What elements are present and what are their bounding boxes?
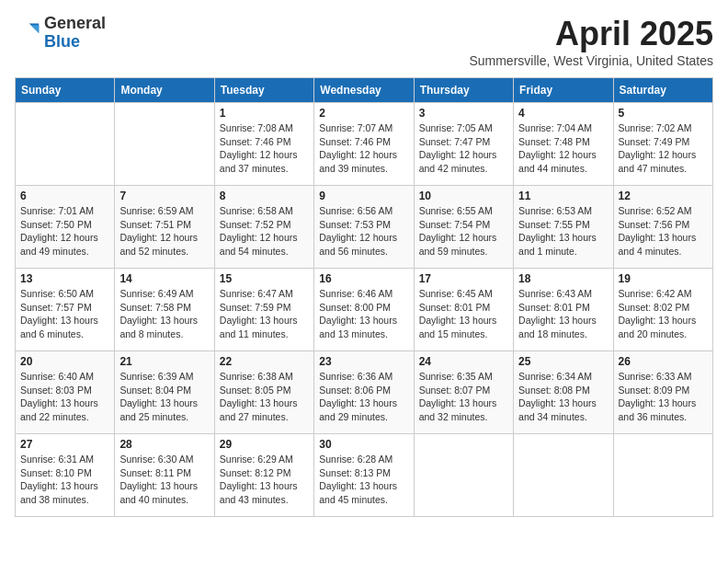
- day-number: 14: [119, 272, 209, 285]
- day-number: 5: [619, 107, 708, 120]
- calendar-cell: 21Sunrise: 6:39 AM Sunset: 8:04 PM Dayli…: [115, 351, 214, 434]
- weekday-header-sunday: Sunday: [16, 78, 115, 103]
- day-number: 12: [619, 190, 708, 202]
- day-info: Sunrise: 6:52 AM Sunset: 7:56 PM Dayligh…: [619, 204, 708, 259]
- day-info: Sunrise: 7:08 AM Sunset: 7:46 PM Dayligh…: [220, 121, 309, 176]
- day-number: 3: [419, 107, 508, 120]
- weekday-header-friday: Friday: [514, 78, 613, 103]
- calendar-cell: 13Sunrise: 6:50 AM Sunset: 7:57 PM Dayli…: [16, 269, 115, 351]
- calendar-cell: 2Sunrise: 7:07 AM Sunset: 7:46 PM Daylig…: [314, 103, 414, 186]
- day-info: Sunrise: 6:34 AM Sunset: 8:08 PM Dayligh…: [518, 370, 608, 424]
- title-block: April 2025 Summersville, West Virginia, …: [469, 15, 713, 68]
- calendar-cell: 24Sunrise: 6:35 AM Sunset: 8:07 PM Dayli…: [414, 351, 513, 434]
- svg-marker-1: [31, 25, 40, 33]
- calendar-cell: 30Sunrise: 6:28 AM Sunset: 8:13 PM Dayli…: [314, 434, 414, 517]
- day-number: 16: [319, 272, 408, 285]
- day-number: 1: [220, 107, 309, 120]
- calendar-cell: 25Sunrise: 6:34 AM Sunset: 8:08 PM Dayli…: [514, 351, 613, 434]
- day-number: 9: [319, 190, 408, 202]
- day-info: Sunrise: 6:30 AM Sunset: 8:11 PM Dayligh…: [119, 453, 209, 507]
- day-info: Sunrise: 6:58 AM Sunset: 7:52 PM Dayligh…: [220, 204, 309, 259]
- calendar-cell: [16, 103, 115, 186]
- day-info: Sunrise: 7:04 AM Sunset: 7:48 PM Dayligh…: [518, 121, 608, 176]
- day-info: Sunrise: 6:42 AM Sunset: 8:02 PM Dayligh…: [619, 287, 708, 341]
- weekday-header-monday: Monday: [115, 78, 214, 103]
- calendar-cell: 3Sunrise: 7:05 AM Sunset: 7:47 PM Daylig…: [414, 103, 513, 186]
- calendar-cell: 26Sunrise: 6:33 AM Sunset: 8:09 PM Dayli…: [613, 351, 712, 434]
- calendar-cell: 12Sunrise: 6:52 AM Sunset: 7:56 PM Dayli…: [613, 186, 712, 269]
- calendar-cell: 20Sunrise: 6:40 AM Sunset: 8:03 PM Dayli…: [16, 351, 115, 434]
- calendar-week-row: 27Sunrise: 6:31 AM Sunset: 8:10 PM Dayli…: [16, 434, 713, 517]
- day-info: Sunrise: 6:59 AM Sunset: 7:51 PM Dayligh…: [119, 204, 209, 259]
- weekday-header-thursday: Thursday: [414, 78, 513, 103]
- day-number: 29: [220, 438, 309, 451]
- day-number: 30: [319, 438, 408, 451]
- month-title: April 2025: [469, 15, 713, 53]
- day-number: 6: [20, 190, 109, 202]
- day-number: 8: [220, 190, 309, 202]
- calendar-week-row: 1Sunrise: 7:08 AM Sunset: 7:46 PM Daylig…: [16, 103, 713, 186]
- day-number: 20: [20, 355, 109, 368]
- day-number: 4: [518, 107, 608, 120]
- day-number: 27: [20, 438, 109, 451]
- calendar-cell: 28Sunrise: 6:30 AM Sunset: 8:11 PM Dayli…: [115, 434, 214, 517]
- logo-general-text: General: [44, 14, 106, 32]
- day-number: 28: [119, 438, 209, 451]
- day-info: Sunrise: 7:05 AM Sunset: 7:47 PM Dayligh…: [419, 121, 508, 176]
- day-number: 2: [319, 107, 408, 120]
- day-info: Sunrise: 7:02 AM Sunset: 7:49 PM Dayligh…: [619, 121, 708, 176]
- day-number: 23: [319, 355, 408, 368]
- calendar-cell: 23Sunrise: 6:36 AM Sunset: 8:06 PM Dayli…: [314, 351, 414, 434]
- day-info: Sunrise: 6:33 AM Sunset: 8:09 PM Dayligh…: [619, 370, 708, 424]
- calendar-cell: 15Sunrise: 6:47 AM Sunset: 7:59 PM Dayli…: [214, 269, 313, 351]
- logo-icon: [15, 20, 40, 46]
- calendar-cell: 29Sunrise: 6:29 AM Sunset: 8:12 PM Dayli…: [214, 434, 313, 517]
- calendar-cell: 4Sunrise: 7:04 AM Sunset: 7:48 PM Daylig…: [514, 103, 613, 186]
- day-info: Sunrise: 6:35 AM Sunset: 8:07 PM Dayligh…: [419, 370, 508, 424]
- calendar-cell: 8Sunrise: 6:58 AM Sunset: 7:52 PM Daylig…: [214, 186, 313, 269]
- calendar-cell: [115, 103, 214, 186]
- calendar-cell: 17Sunrise: 6:45 AM Sunset: 8:01 PM Dayli…: [414, 269, 513, 351]
- day-number: 19: [619, 272, 708, 285]
- calendar-cell: 11Sunrise: 6:53 AM Sunset: 7:55 PM Dayli…: [514, 186, 613, 269]
- calendar-cell: 6Sunrise: 7:01 AM Sunset: 7:50 PM Daylig…: [16, 186, 115, 269]
- day-info: Sunrise: 7:07 AM Sunset: 7:46 PM Dayligh…: [319, 121, 408, 176]
- day-number: 25: [518, 355, 608, 368]
- weekday-header-tuesday: Tuesday: [214, 78, 313, 103]
- day-info: Sunrise: 6:36 AM Sunset: 8:06 PM Dayligh…: [319, 370, 408, 424]
- day-number: 7: [119, 190, 209, 202]
- calendar-header-row: SundayMondayTuesdayWednesdayThursdayFrid…: [16, 78, 713, 103]
- calendar-cell: 9Sunrise: 6:56 AM Sunset: 7:53 PM Daylig…: [314, 186, 414, 269]
- calendar-cell: 16Sunrise: 6:46 AM Sunset: 8:00 PM Dayli…: [314, 269, 414, 351]
- calendar-cell: [514, 434, 613, 517]
- calendar-cell: [414, 434, 513, 517]
- calendar-cell: 7Sunrise: 6:59 AM Sunset: 7:51 PM Daylig…: [115, 186, 214, 269]
- day-number: 21: [119, 355, 209, 368]
- weekday-header-wednesday: Wednesday: [314, 78, 414, 103]
- logo-blue-text: Blue: [44, 32, 80, 51]
- location-text: Summersville, West Virginia, United Stat…: [469, 53, 713, 68]
- day-number: 18: [518, 272, 608, 285]
- day-info: Sunrise: 6:49 AM Sunset: 7:58 PM Dayligh…: [119, 287, 209, 341]
- day-info: Sunrise: 6:31 AM Sunset: 8:10 PM Dayligh…: [20, 453, 109, 507]
- calendar-week-row: 20Sunrise: 6:40 AM Sunset: 8:03 PM Dayli…: [16, 351, 713, 434]
- day-info: Sunrise: 6:50 AM Sunset: 7:57 PM Dayligh…: [20, 287, 109, 341]
- day-info: Sunrise: 6:40 AM Sunset: 8:03 PM Dayligh…: [20, 370, 109, 424]
- calendar-cell: 14Sunrise: 6:49 AM Sunset: 7:58 PM Dayli…: [115, 269, 214, 351]
- calendar-cell: 27Sunrise: 6:31 AM Sunset: 8:10 PM Dayli…: [16, 434, 115, 517]
- weekday-header-saturday: Saturday: [613, 78, 712, 103]
- day-info: Sunrise: 6:38 AM Sunset: 8:05 PM Dayligh…: [220, 370, 309, 424]
- day-number: 24: [419, 355, 508, 368]
- calendar-cell: 1Sunrise: 7:08 AM Sunset: 7:46 PM Daylig…: [214, 103, 313, 186]
- calendar-cell: 10Sunrise: 6:55 AM Sunset: 7:54 PM Dayli…: [414, 186, 513, 269]
- calendar-table: SundayMondayTuesdayWednesdayThursdayFrid…: [15, 77, 713, 517]
- day-info: Sunrise: 6:55 AM Sunset: 7:54 PM Dayligh…: [419, 204, 508, 259]
- calendar-week-row: 13Sunrise: 6:50 AM Sunset: 7:57 PM Dayli…: [16, 269, 713, 351]
- day-number: 10: [419, 190, 508, 202]
- day-number: 17: [419, 272, 508, 285]
- day-info: Sunrise: 6:43 AM Sunset: 8:01 PM Dayligh…: [518, 287, 608, 341]
- calendar-cell: 19Sunrise: 6:42 AM Sunset: 8:02 PM Dayli…: [613, 269, 712, 351]
- calendar-week-row: 6Sunrise: 7:01 AM Sunset: 7:50 PM Daylig…: [16, 186, 713, 269]
- day-info: Sunrise: 6:46 AM Sunset: 8:00 PM Dayligh…: [319, 287, 408, 341]
- day-info: Sunrise: 6:39 AM Sunset: 8:04 PM Dayligh…: [119, 370, 209, 424]
